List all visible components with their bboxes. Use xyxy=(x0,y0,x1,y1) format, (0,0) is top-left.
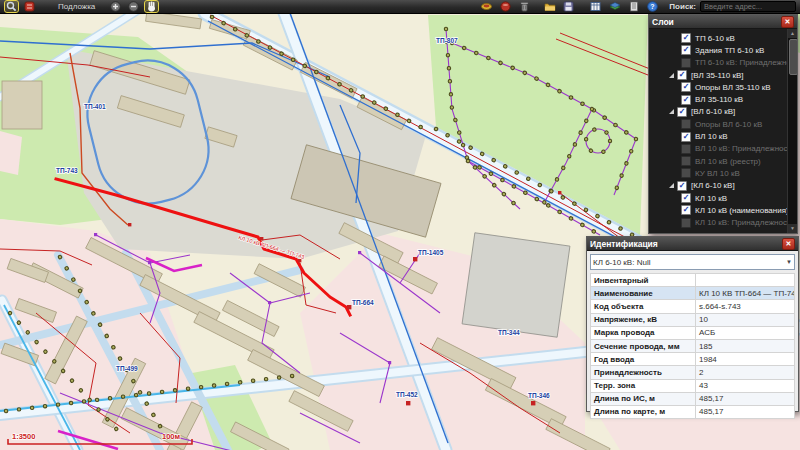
layer-label: ТП 6-10 кВ xyxy=(695,34,735,43)
layer-item[interactable]: ✓[КЛ 6-10 кВ] xyxy=(649,180,787,192)
attribute-row: Сечение провода, мм185 xyxy=(591,339,795,352)
layer-checkbox[interactable]: ✓ xyxy=(681,33,691,43)
layer-checkbox[interactable]: ✓ xyxy=(677,70,687,80)
help-icon: ? xyxy=(647,1,658,12)
layer-checkbox[interactable] xyxy=(681,119,691,129)
layer-label: ВЛ 10 кВ (реестр) xyxy=(695,157,761,166)
clear-button[interactable] xyxy=(499,1,512,12)
object-selector-dropdown[interactable]: КЛ 6-10 кВ: Null ▼ xyxy=(590,254,795,270)
trash-icon xyxy=(519,1,530,12)
tree-expander-icon[interactable] xyxy=(669,183,674,188)
search-input[interactable] xyxy=(700,1,796,12)
layer-checkbox[interactable] xyxy=(681,156,691,166)
layer-checkbox[interactable]: ✓ xyxy=(681,45,691,55)
layer-checkbox[interactable] xyxy=(681,144,691,154)
layer-label: [КЛ 6-10 кВ] xyxy=(691,181,735,190)
attribute-label: Год ввода xyxy=(591,353,696,366)
layers-close-button[interactable]: ✕ xyxy=(781,16,794,28)
layer-item[interactable]: Опоры ВЛ 6-10 кВ xyxy=(649,118,787,130)
identification-close-button[interactable]: ✕ xyxy=(782,238,795,250)
layer-checkbox[interactable]: ✓ xyxy=(681,132,691,142)
layer-checkbox[interactable]: ✓ xyxy=(677,181,687,191)
tree-expander-icon[interactable] xyxy=(669,109,674,114)
layer-label: ВЛ 35-110 кВ xyxy=(695,95,743,104)
layers-panel-title: Слои xyxy=(652,17,674,27)
pan-tool-button[interactable] xyxy=(145,1,158,12)
attribute-value: 185 xyxy=(696,339,795,352)
search-label: Поиск: xyxy=(669,2,696,11)
attribute-value: 2 xyxy=(696,366,795,379)
svg-text:ТП-743: ТП-743 xyxy=(56,167,78,174)
attribute-row: Принадлежность2 xyxy=(591,366,795,379)
layer-item[interactable]: ✓ВЛ 10 кВ xyxy=(649,130,787,142)
zoom-in-icon xyxy=(110,1,121,12)
layer-item[interactable]: ✓Здания ТП 6-10 кВ xyxy=(649,44,787,56)
layers-panel-header[interactable]: Слои ✕ xyxy=(649,15,797,29)
attribute-label: Марка провода xyxy=(591,326,696,339)
svg-text:1:3500: 1:3500 xyxy=(12,432,35,441)
svg-text:ТП-452: ТП-452 xyxy=(396,391,418,398)
eraser-button[interactable] xyxy=(480,1,493,12)
identification-panel-header[interactable]: Идентификация ✕ xyxy=(587,237,798,251)
layer-checkbox[interactable]: ✓ xyxy=(681,82,691,92)
svg-text:ТП-664: ТП-664 xyxy=(352,299,374,306)
help-button[interactable]: ? xyxy=(646,1,659,12)
zoom-out-button[interactable] xyxy=(127,1,140,12)
layer-label: Здания ТП 6-10 кВ xyxy=(695,46,764,55)
layer-label: КЛ 10 кВ xyxy=(695,194,727,203)
layer-item[interactable]: ✓ТП 6-10 кВ xyxy=(649,32,787,44)
attribute-row: Код объектаs.664-s.743 xyxy=(591,300,795,313)
attribute-row: Длина по карте, м485,17 xyxy=(591,405,795,418)
svg-text:ТП-1405: ТП-1405 xyxy=(418,249,444,256)
layer-checkbox[interactable] xyxy=(681,58,691,68)
layer-item[interactable]: КУ ВЛ 10 кВ xyxy=(649,167,787,179)
layers-scrollbar[interactable]: ▲ ▼ xyxy=(787,29,797,233)
zoom-in-button[interactable] xyxy=(109,1,122,12)
attribute-row: НаименованиеКЛ 10 КВ ТП-664 — ТП-743 xyxy=(591,287,795,300)
map-layers-button[interactable] xyxy=(608,1,621,12)
layer-item[interactable]: ✓ВЛ 35-110 кВ xyxy=(649,93,787,105)
attributes-table: Инвентарный НаименованиеКЛ 10 КВ ТП-664 … xyxy=(590,273,795,419)
scroll-thumb[interactable] xyxy=(789,39,797,75)
layer-item[interactable]: ✓Опоры ВЛ 35-110 кВ xyxy=(649,81,787,93)
layer-item[interactable]: КЛ 10 кВ: Принадлежность xyxy=(649,216,787,228)
zoom-out-icon xyxy=(128,1,139,12)
attribute-value: 1984 xyxy=(696,353,795,366)
toolbar: Подложка xyxy=(0,0,800,14)
layer-checkbox[interactable]: ✓ xyxy=(681,95,691,105)
layer-checkbox[interactable] xyxy=(681,168,691,178)
identification-panel-title: Идентификация xyxy=(590,239,658,249)
layer-item[interactable]: ✓[ВЛ 6-10 кВ] xyxy=(649,106,787,118)
layer-checkbox[interactable]: ✓ xyxy=(681,205,691,215)
layer-label: ВЛ 10 кВ: Принадлежность xyxy=(695,144,795,153)
attribute-row: Терр. зона43 xyxy=(591,379,795,392)
save-button[interactable] xyxy=(562,1,575,12)
layer-checkbox[interactable]: ✓ xyxy=(677,107,687,117)
open-button[interactable] xyxy=(543,1,556,12)
layer-label: Опоры ВЛ 6-10 кВ xyxy=(695,120,762,129)
layer-checkbox[interactable] xyxy=(681,218,691,228)
attribute-label: Напряжение, кВ xyxy=(591,313,696,326)
layer-item[interactable]: ✓КЛ 10 кВ (наименования) xyxy=(649,204,787,216)
legend-icon xyxy=(24,1,35,12)
legend-tool-button[interactable] xyxy=(23,1,36,12)
layer-label: ВЛ 10 кВ xyxy=(695,132,728,141)
attribute-value: КЛ 10 КВ ТП-664 — ТП-743 xyxy=(696,287,795,300)
attributes-table-button[interactable] xyxy=(589,1,602,12)
tree-expander-icon[interactable] xyxy=(669,73,674,78)
scroll-down-icon[interactable]: ▼ xyxy=(788,224,797,233)
report-button[interactable] xyxy=(627,1,640,12)
layer-item[interactable]: ВЛ 10 кВ: Принадлежность xyxy=(649,143,787,155)
layer-item[interactable]: ТП 6-10 кВ: Принадлежность xyxy=(649,57,787,69)
layer-item[interactable]: ✓[ВЛ 35-110 кВ] xyxy=(649,69,787,81)
ident-table-body: Инвентарный НаименованиеКЛ 10 КВ ТП-664 … xyxy=(591,274,795,419)
delete-button[interactable] xyxy=(518,1,531,12)
basemap-label[interactable]: Подложка xyxy=(58,2,95,11)
layer-item[interactable]: ✓КЛ 10 кВ xyxy=(649,192,787,204)
layer-item[interactable]: ВЛ 10 кВ (реестр) xyxy=(649,155,787,167)
identify-tool-button[interactable] xyxy=(5,1,18,12)
stop-icon xyxy=(500,1,511,12)
scroll-up-icon[interactable]: ▲ xyxy=(788,29,797,38)
attribute-value: s.664-s.743 xyxy=(696,300,795,313)
layer-checkbox[interactable]: ✓ xyxy=(681,193,691,203)
